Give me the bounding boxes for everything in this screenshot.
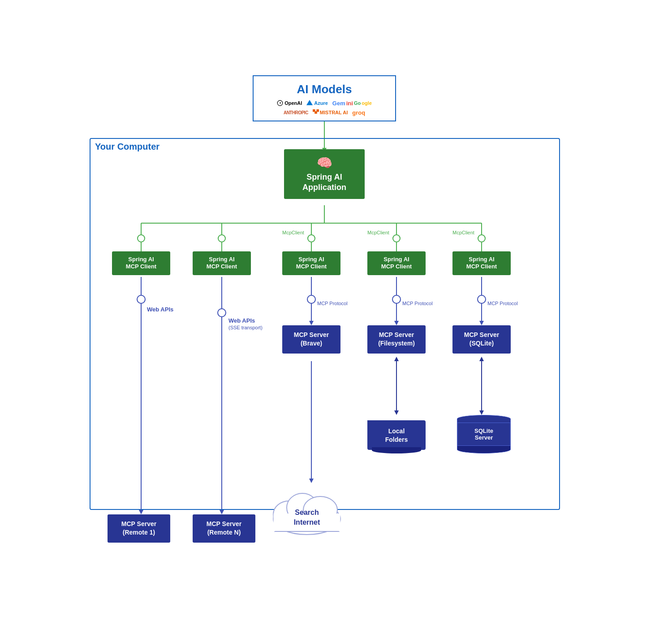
web-apis-label-1: Web APIs — [147, 306, 173, 313]
spring-ai-app: 🧠 Spring AIApplication — [284, 149, 365, 199]
brain-icon: 🧠 — [291, 155, 358, 170]
svg-marker-45 — [306, 100, 313, 105]
mcp-protocol-sqlite: MCP Protocol — [487, 301, 518, 306]
mistral-logo: MISTRAL AI — [313, 109, 348, 116]
mcp-server-filesystem: MCP Server(Filesystem) — [367, 325, 426, 354]
svg-text:✦: ✦ — [279, 102, 281, 104]
your-computer-label: Your Computer — [95, 142, 159, 152]
ai-models-logos: ✦ OpenAI Azure Gemini Google ANTHROPIC M… — [263, 100, 386, 116]
azure-logo: Azure — [306, 100, 328, 106]
mcp-client-box-3: Spring AIMCP Client — [282, 251, 340, 276]
sqlite-server: SQLiteServer — [457, 415, 511, 453]
openai-logo: ✦ OpenAI — [277, 100, 302, 106]
mcp-client-box-2: Spring AIMCP Client — [193, 251, 251, 276]
mcp-client-1: Spring AIMCP Client — [112, 234, 170, 276]
mcp-client-box-1: Spring AIMCP Client — [112, 251, 170, 276]
gemini-logo: Gemini Google — [332, 100, 372, 107]
mcp-sse-label: (SSE transport) — [228, 324, 263, 331]
anthropic-logo: ANTHROPIC — [284, 110, 308, 115]
mcp-client-3: Spring AIMCP Client — [282, 234, 340, 276]
mcp-client-4: Spring AIMCP Client — [367, 234, 426, 276]
search-internet: SearchInternet — [269, 483, 345, 537]
local-folders: LocalFolders — [367, 415, 426, 450]
mcp-server-brave: MCP Server(Brave) — [282, 325, 340, 354]
mcp-protocol-brave: MCP Protocol — [317, 301, 348, 306]
web-apis-label-2: Web APIs — [228, 317, 255, 324]
ai-models-title: AI Models — [263, 82, 386, 96]
mcp-client-2: Spring AIMCP Client — [193, 234, 251, 276]
ai-models-box: AI Models ✦ OpenAI Azure Gemini Google A… — [253, 75, 396, 121]
mcp-server-sqlite: MCP Server(SQLite) — [452, 325, 511, 354]
mcp-client-box-4: Spring AIMCP Client — [367, 251, 426, 276]
mcp-server-remoteN: MCP Server(Remote N) — [193, 514, 255, 543]
mcp-client-5: Spring AIMCP Client — [452, 234, 511, 276]
svg-marker-18 — [139, 510, 143, 514]
svg-rect-48 — [314, 111, 317, 114]
svg-marker-22 — [220, 510, 224, 514]
mcp-protocol-fs: MCP Protocol — [402, 301, 433, 306]
spring-ai-app-title: Spring AIApplication — [291, 172, 358, 193]
mcp-client-box-5: Spring AIMCP Client — [452, 251, 511, 276]
groq-logo: groq — [352, 109, 365, 116]
mcp-server-remote1: MCP Server(Remote 1) — [108, 514, 170, 543]
